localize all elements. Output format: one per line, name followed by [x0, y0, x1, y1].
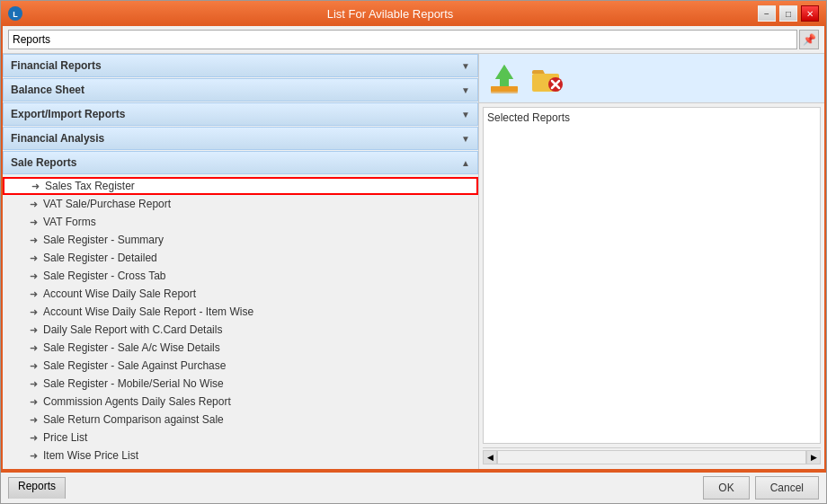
footer-bar: Reports OK Cancel — [1, 471, 826, 503]
right-panel: Selected Reports ◀ ▶ — [479, 54, 824, 469]
item-arrow-icon: ➜ — [30, 270, 38, 282]
section-balance-sheet[interactable]: Balance Sheet ▼ — [3, 78, 478, 102]
section-export-import[interactable]: Export/Import Reports ▼ — [3, 102, 478, 126]
scroll-left-button[interactable]: ◀ — [483, 450, 497, 464]
list-item[interactable]: ➜ Daily Sale Report with C.Card Details — [3, 321, 478, 339]
list-item-label: Account Wise Daily Sale Report — [43, 287, 196, 300]
close-button[interactable]: ✕ — [801, 5, 819, 22]
item-arrow-icon: ➜ — [30, 252, 38, 264]
main-window: L List For Avilable Reports − □ ✕ 📌 Fin — [0, 0, 827, 504]
list-item-label: Account Wise Daily Sale Report - Item Wi… — [43, 305, 253, 318]
list-item[interactable]: ➜ Sales Tax Register — [3, 177, 478, 195]
svg-marker-5 — [495, 65, 513, 86]
search-bar: 📌 — [3, 26, 824, 54]
list-item[interactable]: ➜ Commission Agents Daily Sales Report — [3, 393, 478, 411]
list-item[interactable]: ➜ Sale Return Comparison against Sale — [3, 411, 478, 429]
chevron-down-icon: ▼ — [461, 134, 470, 144]
upload-icon — [487, 61, 521, 95]
content-area: Financial Reports ▼ Balance Sheet ▼ Expo… — [3, 54, 824, 469]
list-item-label: Sale Return Comparison against Sale — [43, 413, 224, 426]
list-item-label: Sale Register - Detailed — [43, 252, 157, 264]
selected-reports-area: Selected Reports — [483, 107, 821, 444]
maximize-button[interactable]: □ — [779, 5, 797, 22]
item-arrow-icon: ➜ — [30, 288, 38, 300]
window-title: List For Avilable Reports — [22, 7, 758, 21]
section-financial-reports[interactable]: Financial Reports ▼ — [3, 54, 478, 77]
chevron-down-icon: ▼ — [461, 61, 470, 71]
list-item[interactable]: ➜ Account Wise Daily Sale Report - Item … — [3, 303, 478, 321]
title-bar-left: L — [8, 6, 22, 21]
item-arrow-icon: ➜ — [30, 432, 38, 444]
section-financial-analysis[interactable]: Financial Analysis ▼ — [3, 127, 478, 150]
reports-tab[interactable]: Reports — [8, 477, 66, 499]
scroll-track[interactable] — [497, 450, 806, 464]
list-item[interactable]: ➜ Sale Register - Detailed — [3, 249, 478, 267]
chevron-up-icon: ▲ — [461, 158, 470, 168]
title-bar: L List For Avilable Reports − □ ✕ — [1, 1, 826, 26]
footer-buttons: OK Cancel — [703, 476, 819, 500]
list-item-label: Price List — [43, 431, 87, 444]
list-item-label: Commission Agents Daily Sales Report — [43, 395, 231, 408]
item-arrow-icon: ➜ — [30, 324, 38, 336]
list-item[interactable]: ➜ Sale Register - Mobile/Serial No Wise — [3, 375, 478, 393]
folder-delete-icon — [530, 61, 565, 95]
minimize-button[interactable]: − — [758, 5, 776, 22]
section-export-import-label: Export/Import Reports — [11, 108, 125, 120]
item-arrow-icon: ➜ — [30, 342, 38, 354]
left-panel: Financial Reports ▼ Balance Sheet ▼ Expo… — [3, 54, 479, 469]
window-controls: − □ ✕ — [758, 5, 819, 22]
item-arrow-icon: ➜ — [31, 181, 40, 192]
horizontal-scrollbar: ◀ ▶ — [483, 447, 821, 465]
list-item-label: Sales Tax Register — [45, 180, 135, 192]
selected-reports-label: Selected Reports — [487, 111, 570, 124]
item-arrow-icon: ➜ — [30, 378, 38, 390]
item-arrow-icon: ➜ — [30, 414, 38, 426]
chevron-down-icon: ▼ — [461, 110, 470, 119]
item-arrow-icon: ➜ — [30, 396, 38, 408]
sale-reports-items: ➜ Sales Tax Register ➜ VAT Sale/Purchase… — [3, 175, 478, 466]
upload-button[interactable] — [486, 60, 522, 96]
section-financial-reports-label: Financial Reports — [11, 59, 102, 72]
item-arrow-icon: ➜ — [30, 217, 38, 228]
list-item-label: Sale Register - Mobile/Serial No Wise — [43, 377, 224, 390]
item-arrow-icon: ➜ — [30, 306, 38, 318]
svg-rect-3 — [491, 86, 518, 93]
ok-button[interactable]: OK — [703, 476, 749, 500]
right-toolbar — [479, 54, 824, 103]
list-item[interactable]: ➜ Sale Register - Sale A/c Wise Details — [3, 339, 478, 357]
svg-text:L: L — [13, 10, 18, 19]
list-item[interactable]: ➜ Item Wise Price List — [3, 447, 478, 464]
section-sale-reports-label: Sale Reports — [11, 156, 76, 169]
scroll-right-button[interactable]: ▶ — [806, 450, 821, 464]
list-item-label: Sale Register - Sale Against Purchase — [43, 359, 226, 372]
search-input[interactable] — [8, 30, 797, 49]
list-item-label: Sale Register - Sale A/c Wise Details — [43, 341, 220, 354]
list-item-label: VAT Forms — [43, 216, 96, 228]
item-arrow-icon: ➜ — [30, 450, 38, 462]
list-item[interactable]: ➜ Price List — [3, 429, 478, 447]
list-item[interactable]: ➜ VAT Sale/Purchase Report — [3, 195, 478, 213]
pin-button[interactable]: 📌 — [799, 30, 819, 49]
list-item-label: Item Wise Price List — [43, 449, 138, 462]
list-item-label: Sale Register - Summary — [43, 234, 164, 246]
list-item-label: VAT Sale/Purchase Report — [43, 198, 171, 210]
folder-delete-button[interactable] — [529, 60, 565, 96]
item-arrow-icon: ➜ — [30, 199, 38, 210]
chevron-down-icon: ▼ — [461, 85, 470, 95]
section-financial-analysis-label: Financial Analysis — [11, 132, 104, 145]
section-sale-reports[interactable]: Sale Reports ▲ — [3, 151, 478, 174]
list-item-label: Daily Sale Report with C.Card Details — [43, 323, 222, 336]
cancel-button[interactable]: Cancel — [755, 476, 819, 500]
list-item[interactable]: ➜ VAT Forms — [3, 213, 478, 231]
report-list[interactable]: Financial Reports ▼ Balance Sheet ▼ Expo… — [3, 54, 478, 469]
window-body: 📌 Financial Reports ▼ Balance Sheet ▼ — [1, 26, 826, 471]
section-balance-sheet-label: Balance Sheet — [11, 84, 84, 96]
list-item[interactable]: ➜ Sale Register - Sale Against Purchase — [3, 357, 478, 375]
item-arrow-icon: ➜ — [30, 234, 38, 246]
list-item[interactable]: ➜ Account Wise Daily Sale Report — [3, 285, 478, 303]
app-icon: L — [8, 6, 22, 21]
item-arrow-icon: ➜ — [30, 360, 38, 372]
list-item[interactable]: ➜ Sale Register - Summary — [3, 231, 478, 249]
list-item-label: Sale Register - Cross Tab — [43, 270, 166, 282]
list-item[interactable]: ➜ Sale Register - Cross Tab — [3, 267, 478, 285]
